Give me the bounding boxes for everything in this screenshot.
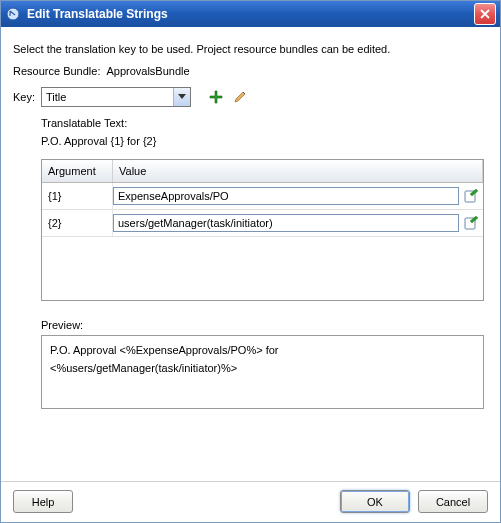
table-row: {2} (42, 210, 483, 237)
preview-line: <%users/getManager(task/initiator)%> (50, 360, 475, 378)
preview-label: Preview: (41, 319, 488, 331)
app-icon (5, 6, 21, 22)
instruction-text: Select the translation key to be used. P… (13, 43, 488, 55)
value-input[interactable] (113, 187, 459, 205)
titlebar: Edit Translatable Strings (1, 1, 500, 27)
add-key-button[interactable] (207, 88, 225, 106)
resource-bundle-row: Resource Bundle: ApprovalsBundle (13, 65, 488, 77)
preview-box: P.O. Approval <%ExpenseApprovals/PO%> fo… (41, 335, 484, 409)
edit-key-button[interactable] (231, 88, 249, 106)
table-row: {1} (42, 183, 483, 210)
edit-value-button[interactable] (463, 215, 479, 231)
edit-value-button[interactable] (463, 188, 479, 204)
dialog-footer: Help OK Cancel (1, 481, 500, 521)
column-header-value[interactable]: Value (113, 160, 483, 183)
key-row: Key: Title (13, 87, 488, 107)
close-button[interactable] (474, 3, 496, 25)
arguments-table: Argument Value {1} (41, 159, 484, 301)
dialog-content: Select the translation key to be used. P… (1, 27, 500, 481)
translatable-text-label: Translatable Text: (41, 117, 488, 129)
help-button[interactable]: Help (13, 490, 73, 513)
resource-bundle-label: Resource Bundle: (13, 65, 100, 77)
preview-line: P.O. Approval <%ExpenseApprovals/PO%> fo… (50, 342, 475, 360)
key-label: Key: (13, 91, 35, 103)
resource-bundle-value: ApprovalsBundle (106, 65, 189, 77)
key-select[interactable]: Title (41, 87, 191, 107)
argument-cell: {1} (42, 183, 113, 210)
cancel-button[interactable]: Cancel (418, 490, 488, 513)
translatable-text-value: P.O. Approval {1} for {2} (41, 135, 488, 147)
key-select-value: Title (46, 91, 66, 103)
argument-cell: {2} (42, 210, 113, 237)
window-title: Edit Translatable Strings (27, 7, 474, 21)
value-input[interactable] (113, 214, 459, 232)
ok-button[interactable]: OK (340, 490, 410, 513)
column-header-argument[interactable]: Argument (42, 160, 113, 183)
chevron-down-icon (173, 88, 190, 106)
